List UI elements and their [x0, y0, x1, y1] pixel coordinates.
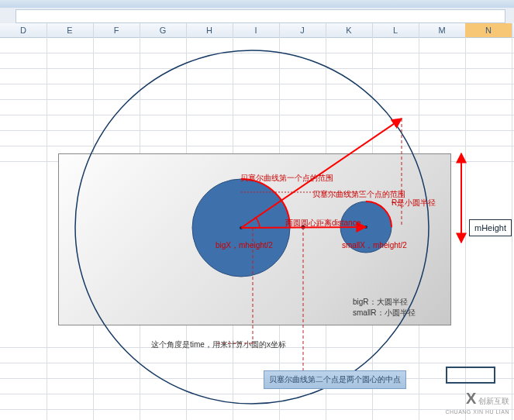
label-bezier-p1: 贝塞尔曲线第一个点的范围 [240, 173, 333, 184]
label-small-xy: smallX，mheight/2 [342, 240, 407, 251]
label-distance: 两圆圆心距离distance [285, 218, 360, 229]
label-smallR: smallR：小圆半径 [353, 308, 416, 318]
diagram-svg [0, 37, 514, 420]
label-big-xy: bigX，mheight/2 [216, 240, 273, 251]
col-I[interactable]: I [233, 23, 280, 37]
diagram-layer: 贝塞尔曲线第一个点的范围 贝塞尔曲线第三个点的范围 R是小圆半径 两圆圆心距离d… [0, 37, 514, 420]
column-headers: D E F G H I J K L M N [0, 23, 514, 38]
col-L[interactable]: L [372, 23, 419, 37]
col-M[interactable]: M [419, 23, 466, 37]
label-small-r: R是小圆半径 [392, 198, 436, 208]
col-H[interactable]: H [186, 23, 233, 37]
col-G[interactable]: G [140, 23, 187, 37]
col-D[interactable]: D [0, 23, 47, 37]
formula-bar [0, 8, 514, 24]
callout-bezier-p2[interactable]: 贝塞尔曲线第二个点是两个圆心的中点 [264, 370, 406, 389]
label-bigR: bigR：大圆半径 [353, 297, 408, 308]
col-K[interactable]: K [326, 23, 373, 37]
col-F[interactable]: F [93, 23, 140, 37]
col-N[interactable]: N [465, 23, 512, 37]
col-E[interactable]: E [47, 23, 94, 37]
formula-input[interactable] [16, 9, 505, 23]
watermark: X 创新互联 CHUANG XIN HU LIAN [445, 390, 509, 415]
mheight-box: mHeight [469, 219, 512, 236]
active-cell[interactable] [446, 367, 495, 384]
label-angle-note: 这个角度是time，用来计算小圆的x坐标 [151, 339, 286, 350]
col-J[interactable]: J [279, 23, 326, 37]
